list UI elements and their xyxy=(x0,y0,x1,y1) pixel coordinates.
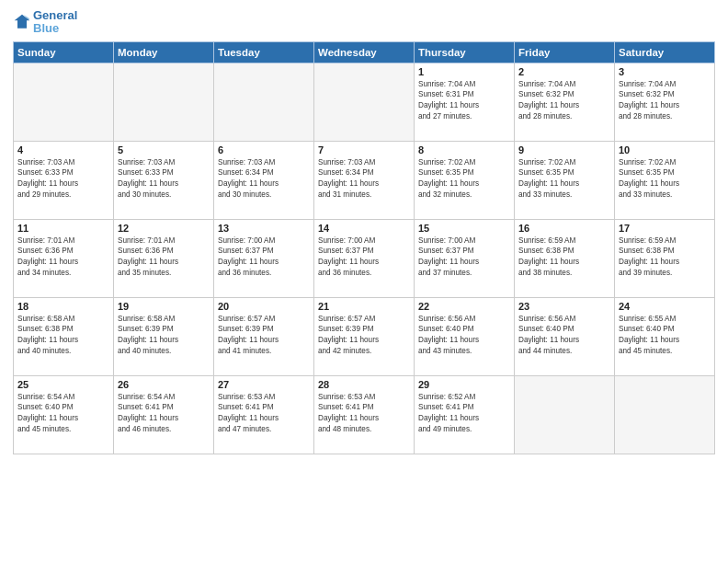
calendar-cell: 23Sunrise: 6:56 AMSunset: 6:40 PMDayligh… xyxy=(515,297,615,375)
calendar-cell: 20Sunrise: 6:57 AMSunset: 6:39 PMDayligh… xyxy=(214,297,314,375)
day-number: 19 xyxy=(118,301,210,312)
day-number: 6 xyxy=(218,144,310,155)
day-info: Sunrise: 6:52 AMSunset: 6:41 PMDaylight:… xyxy=(418,392,510,436)
calendar-cell: 28Sunrise: 6:53 AMSunset: 6:41 PMDayligh… xyxy=(314,375,415,454)
day-number: 2 xyxy=(518,66,610,77)
day-number: 26 xyxy=(118,379,210,390)
calendar-cell: 21Sunrise: 6:57 AMSunset: 6:39 PMDayligh… xyxy=(314,297,415,375)
day-info: Sunrise: 7:00 AMSunset: 6:37 PMDaylight:… xyxy=(318,236,410,280)
week-row-3: 18Sunrise: 6:58 AMSunset: 6:38 PMDayligh… xyxy=(14,297,715,375)
day-info: Sunrise: 7:03 AMSunset: 6:33 PMDaylight:… xyxy=(118,157,210,201)
day-info: Sunrise: 7:03 AMSunset: 6:33 PMDaylight:… xyxy=(17,157,109,201)
day-info: Sunrise: 7:04 AMSunset: 6:32 PMDaylight:… xyxy=(619,79,711,123)
col-header-sunday: Sunday xyxy=(14,41,114,63)
day-info: Sunrise: 7:01 AMSunset: 6:36 PMDaylight:… xyxy=(118,236,210,280)
day-number: 8 xyxy=(418,144,510,155)
calendar-cell xyxy=(214,63,314,141)
logo-icon xyxy=(13,13,31,31)
col-header-saturday: Saturday xyxy=(615,41,715,63)
col-header-monday: Monday xyxy=(114,41,214,63)
day-info: Sunrise: 6:54 AMSunset: 6:41 PMDaylight:… xyxy=(118,392,210,436)
day-info: Sunrise: 6:58 AMSunset: 6:39 PMDaylight:… xyxy=(118,314,210,358)
day-info: Sunrise: 7:03 AMSunset: 6:34 PMDaylight:… xyxy=(318,157,410,201)
logo-text: General Blue xyxy=(33,9,77,36)
week-row-4: 25Sunrise: 6:54 AMSunset: 6:40 PMDayligh… xyxy=(14,375,715,454)
calendar-cell xyxy=(314,63,415,141)
day-info: Sunrise: 6:59 AMSunset: 6:38 PMDaylight:… xyxy=(619,236,711,280)
day-number: 28 xyxy=(318,379,410,390)
day-number: 14 xyxy=(318,223,410,234)
calendar-cell: 22Sunrise: 6:56 AMSunset: 6:40 PMDayligh… xyxy=(415,297,515,375)
header: General Blue xyxy=(13,9,715,36)
day-number: 10 xyxy=(619,144,711,155)
calendar-cell: 13Sunrise: 7:00 AMSunset: 6:37 PMDayligh… xyxy=(214,219,314,297)
day-info: Sunrise: 6:58 AMSunset: 6:38 PMDaylight:… xyxy=(17,314,109,358)
day-number: 20 xyxy=(218,301,310,312)
col-header-wednesday: Wednesday xyxy=(314,41,415,63)
calendar-cell: 5Sunrise: 7:03 AMSunset: 6:33 PMDaylight… xyxy=(114,141,214,219)
calendar-cell: 7Sunrise: 7:03 AMSunset: 6:34 PMDaylight… xyxy=(314,141,415,219)
day-number: 13 xyxy=(218,223,310,234)
day-number: 27 xyxy=(218,379,310,390)
calendar-cell xyxy=(14,63,114,141)
week-row-1: 4Sunrise: 7:03 AMSunset: 6:33 PMDaylight… xyxy=(14,141,715,219)
day-number: 5 xyxy=(118,144,210,155)
day-number: 29 xyxy=(418,379,510,390)
day-info: Sunrise: 6:53 AMSunset: 6:41 PMDaylight:… xyxy=(218,392,310,436)
day-info: Sunrise: 6:57 AMSunset: 6:39 PMDaylight:… xyxy=(318,314,410,358)
calendar-cell: 1Sunrise: 7:04 AMSunset: 6:31 PMDaylight… xyxy=(415,63,515,141)
day-number: 11 xyxy=(17,223,109,234)
svg-marker-0 xyxy=(15,15,30,29)
calendar-cell: 19Sunrise: 6:58 AMSunset: 6:39 PMDayligh… xyxy=(114,297,214,375)
day-number: 3 xyxy=(619,66,711,77)
calendar-cell: 12Sunrise: 7:01 AMSunset: 6:36 PMDayligh… xyxy=(114,219,214,297)
day-number: 12 xyxy=(118,223,210,234)
calendar-cell xyxy=(114,63,214,141)
day-number: 9 xyxy=(518,144,610,155)
calendar-cell: 8Sunrise: 7:02 AMSunset: 6:35 PMDaylight… xyxy=(415,141,515,219)
day-info: Sunrise: 6:53 AMSunset: 6:41 PMDaylight:… xyxy=(318,392,410,436)
day-info: Sunrise: 7:02 AMSunset: 6:35 PMDaylight:… xyxy=(418,157,510,201)
calendar-cell: 15Sunrise: 7:00 AMSunset: 6:37 PMDayligh… xyxy=(415,219,515,297)
calendar-cell: 24Sunrise: 6:55 AMSunset: 6:40 PMDayligh… xyxy=(615,297,715,375)
calendar-cell: 17Sunrise: 6:59 AMSunset: 6:38 PMDayligh… xyxy=(615,219,715,297)
day-number: 24 xyxy=(619,301,711,312)
day-number: 1 xyxy=(418,66,510,77)
day-number: 16 xyxy=(518,223,610,234)
calendar: SundayMondayTuesdayWednesdayThursdayFrid… xyxy=(13,41,715,454)
week-row-0: 1Sunrise: 7:04 AMSunset: 6:31 PMDaylight… xyxy=(14,63,715,141)
calendar-cell: 4Sunrise: 7:03 AMSunset: 6:33 PMDaylight… xyxy=(14,141,114,219)
day-number: 18 xyxy=(17,301,109,312)
calendar-cell: 3Sunrise: 7:04 AMSunset: 6:32 PMDaylight… xyxy=(615,63,715,141)
day-number: 21 xyxy=(318,301,410,312)
calendar-cell: 2Sunrise: 7:04 AMSunset: 6:32 PMDaylight… xyxy=(515,63,615,141)
day-info: Sunrise: 6:56 AMSunset: 6:40 PMDaylight:… xyxy=(418,314,510,358)
col-header-thursday: Thursday xyxy=(415,41,515,63)
day-number: 7 xyxy=(318,144,410,155)
day-number: 15 xyxy=(418,223,510,234)
calendar-cell: 29Sunrise: 6:52 AMSunset: 6:41 PMDayligh… xyxy=(415,375,515,454)
day-number: 22 xyxy=(418,301,510,312)
day-number: 23 xyxy=(518,301,610,312)
day-info: Sunrise: 6:54 AMSunset: 6:40 PMDaylight:… xyxy=(17,392,109,436)
day-number: 4 xyxy=(17,144,109,155)
calendar-cell: 6Sunrise: 7:03 AMSunset: 6:34 PMDaylight… xyxy=(214,141,314,219)
calendar-cell: 26Sunrise: 6:54 AMSunset: 6:41 PMDayligh… xyxy=(114,375,214,454)
page: General Blue SundayMondayTuesdayWednesda… xyxy=(0,0,728,563)
calendar-cell: 9Sunrise: 7:02 AMSunset: 6:35 PMDaylight… xyxy=(515,141,615,219)
day-number: 17 xyxy=(619,223,711,234)
day-info: Sunrise: 6:59 AMSunset: 6:38 PMDaylight:… xyxy=(518,236,610,280)
calendar-cell: 25Sunrise: 6:54 AMSunset: 6:40 PMDayligh… xyxy=(14,375,114,454)
col-header-tuesday: Tuesday xyxy=(214,41,314,63)
calendar-cell: 18Sunrise: 6:58 AMSunset: 6:38 PMDayligh… xyxy=(14,297,114,375)
day-info: Sunrise: 6:55 AMSunset: 6:40 PMDaylight:… xyxy=(619,314,711,358)
logo: General Blue xyxy=(13,9,77,36)
day-info: Sunrise: 7:00 AMSunset: 6:37 PMDaylight:… xyxy=(218,236,310,280)
calendar-cell: 27Sunrise: 6:53 AMSunset: 6:41 PMDayligh… xyxy=(214,375,314,454)
calendar-cell xyxy=(615,375,715,454)
day-info: Sunrise: 7:04 AMSunset: 6:32 PMDaylight:… xyxy=(518,79,610,123)
day-info: Sunrise: 6:56 AMSunset: 6:40 PMDaylight:… xyxy=(518,314,610,358)
day-info: Sunrise: 7:04 AMSunset: 6:31 PMDaylight:… xyxy=(418,79,510,123)
calendar-header-row: SundayMondayTuesdayWednesdayThursdayFrid… xyxy=(14,41,715,63)
calendar-cell: 14Sunrise: 7:00 AMSunset: 6:37 PMDayligh… xyxy=(314,219,415,297)
